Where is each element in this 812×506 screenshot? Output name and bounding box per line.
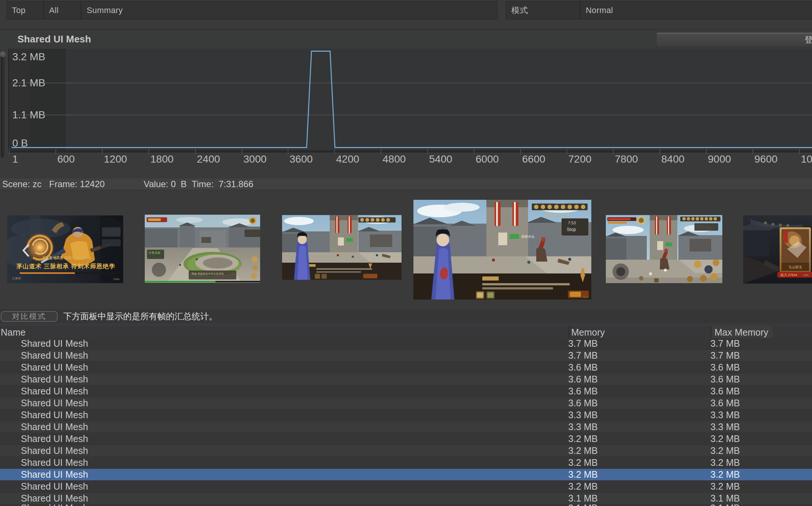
svg-text:Stop: Stop	[567, 227, 576, 232]
svg-text:西桥补头: 西桥补头	[521, 235, 535, 238]
svg-text:7:53: 7:53	[568, 221, 576, 225]
svg-text:v1.0: v1.0	[584, 295, 588, 298]
svg-text:九山军戈: 九山军戈	[789, 265, 802, 269]
svg-text:©WH: ©WH	[113, 278, 119, 281]
svg-text:任务目标: 任务目标	[148, 251, 160, 254]
svg-text:茅山道术 三脉相承 符剑术师恩绝学: 茅山道术 三脉相承 符剑术师恩绝学	[16, 263, 115, 269]
svg-text:西 城 县 衙 气 市: 西 城 县 衙 气 市	[544, 213, 569, 217]
svg-text:战力 27644: 战力 27644	[780, 273, 797, 277]
svg-text:天双美 地双美 四面八一符篆神兵: 天双美 地双美 四面八一符篆神兵	[42, 256, 91, 260]
svg-text:帮派 热血风云今日公告活动: 帮派 热血风云今日公告活动	[192, 272, 224, 275]
svg-text:+5%: +5%	[803, 273, 809, 277]
svg-text:三茅井: 三茅井	[12, 277, 21, 280]
